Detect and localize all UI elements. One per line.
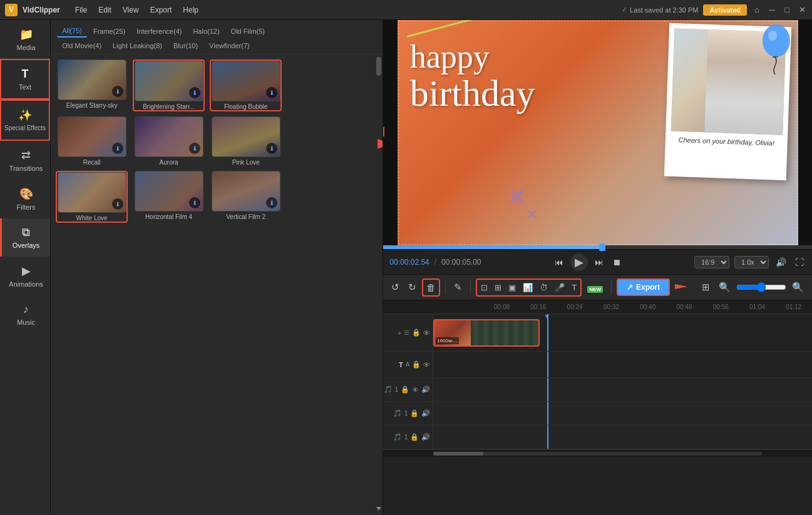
skip-back-button[interactable]: ⏮ [553,255,565,269]
play-button[interactable]: ▶ [570,253,588,271]
progress-bar-track[interactable] [383,245,812,249]
download-aurora[interactable]: ⬇ [189,143,200,154]
menu-export[interactable]: Export [145,4,177,16]
audio1-eye-icon[interactable]: 👁 [412,386,419,394]
effect-horizontal-film-4[interactable]: ⬇ Horizontal Film 4 [133,171,205,223]
menu-view[interactable]: View [118,4,144,16]
scroll-down-arrow[interactable] [376,504,381,512]
fullscreen-button[interactable]: ⛶ [793,255,806,269]
sidebar-item-music[interactable]: ♪ Music [0,295,50,334]
tab-light-leaking[interactable]: Light Leaking(8) [108,40,167,51]
effect-elegant-starry-sky[interactable]: ⬇ Elegant Starry-sky [56,59,128,111]
export-button[interactable]: ↗ Export [617,278,670,296]
audio2-playhead [547,402,548,425]
audio1-speaker-icon[interactable]: 🔊 [421,385,430,394]
audio1-lock-icon[interactable]: 🔒 [401,385,409,394]
tab-blur[interactable]: Blur(10) [168,40,203,51]
birthday-title: happy birthday [410,39,535,112]
download-horizontal-film-4[interactable]: ⬇ [189,197,200,208]
zoom-out-button[interactable]: 🔍 [716,279,734,295]
zoom-select[interactable]: 1.0x0.5x1.5x2.0x [734,256,769,268]
audio2-lock-icon[interactable]: 🔒 [410,409,419,417]
horizontal-scrollbar[interactable] [433,452,762,456]
effects-row-1: ⬇ Elegant Starry-sky ⬇ Brightening Starr… [56,59,378,111]
tab-old-film[interactable]: Old Film(5) [226,25,270,38]
playhead[interactable]: ▼ [547,314,548,351]
tab-all[interactable]: All(75) [57,25,87,38]
delete-button[interactable]: 🗑 [422,278,440,297]
progress-bar-handle[interactable] [599,243,605,251]
frame-button[interactable]: ▣ [505,280,519,295]
sidebar-item-media[interactable]: 📁 Media [0,20,50,59]
audio3-lock-icon[interactable]: 🔒 [410,433,419,441]
activated-button[interactable]: Activated [703,4,747,16]
download-floating-bubble[interactable]: ⬇ [266,87,277,98]
download-recall[interactable]: ⬇ [112,143,123,154]
redo-button[interactable]: ↻ [405,279,419,295]
tab-old-movie[interactable]: Old Movie(4) [57,40,106,51]
sidebar-item-text[interactable]: T Text [0,59,50,99]
text-track-area[interactable] [433,352,812,377]
stop-button[interactable]: ⏹ [610,255,623,269]
effect-white-love[interactable]: ⬇ White Love [56,171,128,223]
sidebar-item-animations[interactable]: ▶ Animations [0,257,50,295]
tab-frame[interactable]: Frame(25) [88,25,130,38]
text-lock-icon[interactable]: 🔒 [412,360,421,369]
video-track-add-icon[interactable]: + [398,329,401,337]
effect-recall[interactable]: ⬇ Recall [56,116,128,166]
effect-pink-love[interactable]: ⬇ Pink Love [210,116,282,166]
sidebar-item-overlays[interactable]: ⧉ Overlays [0,218,50,257]
video-lock-icon[interactable]: 🔒 [412,329,421,337]
sidebar-item-special-effects[interactable]: ✨ Special Effects [0,99,50,141]
video-track-area[interactable]: 1600w-... ▼ [433,314,812,351]
volume-button[interactable]: 🔊 [774,255,788,269]
effect-brightening-starr[interactable]: ⬇ Brightening Starr... [133,59,205,111]
download-brightening-starr[interactable]: ⬇ [189,87,200,98]
horizontal-scrollbar-thumb[interactable] [433,452,483,456]
menu-file[interactable]: File [70,4,92,16]
effect-floating-bubble[interactable]: ⬇ Floating Bubble [210,59,282,111]
undo-button[interactable]: ↺ [388,279,403,295]
split-button[interactable]: ⊞ [491,280,505,295]
audio2-track-area[interactable] [433,402,812,425]
effect-label-floating-bubble: Floating Bubble [224,103,268,110]
video-eye-icon[interactable]: 👁 [423,329,430,337]
overlays-icon: ⧉ [22,226,30,239]
download-pink-love[interactable]: ⬇ [266,143,277,154]
minimize-button[interactable]: ─ [767,5,777,15]
tab-halo[interactable]: Halo(12) [188,25,224,38]
crop-button[interactable]: ⊡ [478,280,491,295]
more-tools-button[interactable]: NEW [584,280,606,295]
video-clip[interactable]: 1600w-... [433,319,540,347]
maximize-button[interactable]: □ [782,5,792,15]
close-button[interactable]: ✕ [797,5,807,15]
effect-vertical-film-2[interactable]: ⬇ Vertical Film 2 [210,171,282,223]
chart-button[interactable]: 📊 [520,280,536,295]
edit-button[interactable]: ✎ [451,279,465,295]
tab-viewfinder[interactable]: Viewfinder(7) [204,40,255,51]
menu-help[interactable]: Help [178,4,203,16]
text-eye-icon[interactable]: 👁 [423,361,430,369]
zoom-in-button[interactable]: 🔍 [789,279,807,295]
effect-aurora[interactable]: ⬇ Aurora [133,116,205,166]
download-vertical-film-2[interactable]: ⬇ [266,197,277,208]
skip-forward-button[interactable]: ⏭ [593,255,605,269]
audio3-track-area[interactable] [433,426,812,449]
aspect-ratio-select[interactable]: 16:99:161:14:3 [694,256,729,268]
sidebar-item-transitions[interactable]: ⇄ Transitions [0,141,50,180]
home-button[interactable]: ⌂ [752,5,762,15]
zoom-slider[interactable] [736,282,786,292]
download-white-love[interactable]: ⬇ [112,198,123,210]
timeline-view-button[interactable]: ⊞ [699,279,713,295]
text-tool-button[interactable]: T [568,280,580,295]
audio3-speaker-icon[interactable]: 🔊 [421,433,430,441]
menu-edit[interactable]: Edit [93,4,116,16]
audio2-speaker-icon[interactable]: 🔊 [421,409,430,417]
scroll-thumb[interactable] [376,57,381,76]
audio1-track-area[interactable] [433,378,812,401]
mic-button[interactable]: 🎤 [552,280,568,295]
download-elegant-starry-sky[interactable]: ⬇ [112,86,123,97]
timer-button[interactable]: ⏱ [537,280,551,295]
tab-interference[interactable]: Interference(4) [131,25,187,38]
sidebar-item-filters[interactable]: 🎨 Filters [0,180,50,218]
